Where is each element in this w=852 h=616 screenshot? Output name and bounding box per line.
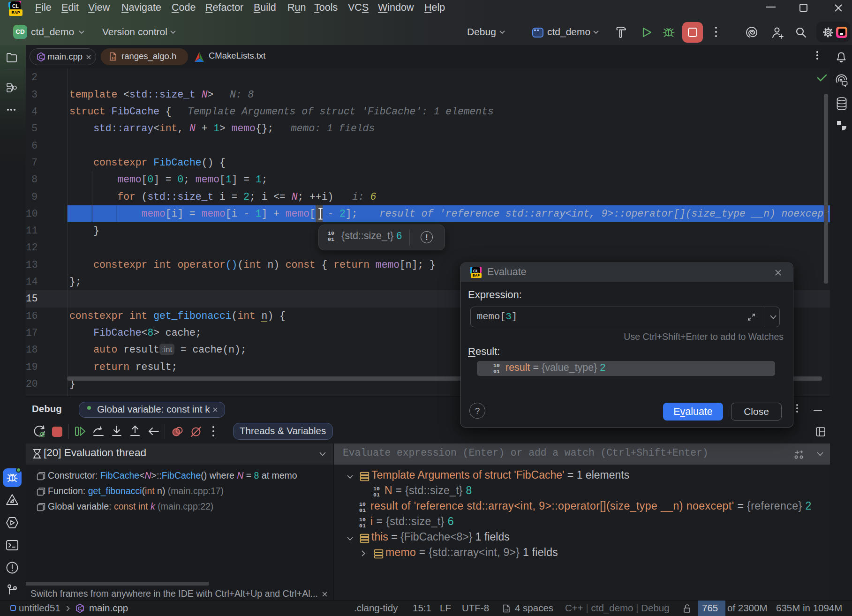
svg-text:C: C: [78, 606, 82, 611]
svg-text:H: H: [112, 56, 115, 60]
svg-text:C: C: [39, 54, 43, 60]
svg-text:CF: CF: [505, 608, 509, 612]
